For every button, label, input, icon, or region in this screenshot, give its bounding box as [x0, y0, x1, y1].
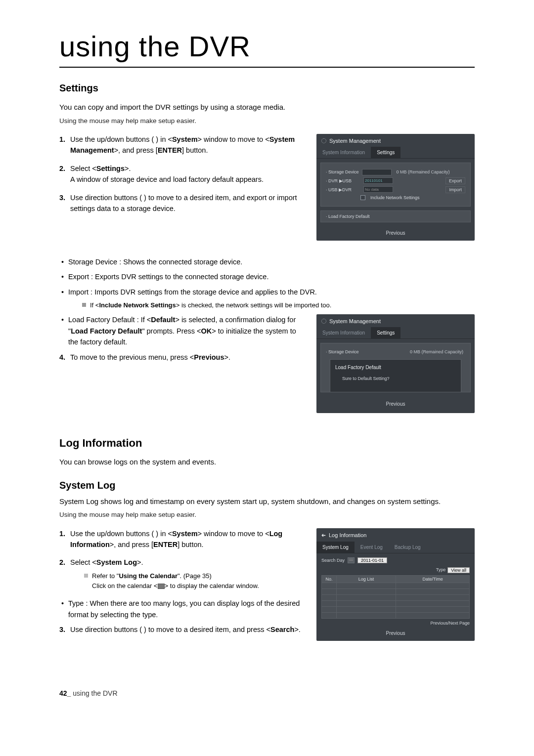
table-row [322, 612, 470, 618]
syslog-step-1: Use the up/down buttons ( ) in <System> … [59, 528, 307, 550]
tab-system-log[interactable]: System Log [316, 542, 355, 553]
page-title: using the DVR [59, 30, 475, 68]
table-row [322, 600, 470, 606]
label-default: Default [151, 316, 175, 324]
search-day-label: Search Day [321, 558, 345, 563]
load-factory-default-row[interactable]: · Load Factory Default [320, 210, 471, 222]
calendar-note: Refer to "Using the Calendar". (Page 35)… [84, 571, 307, 591]
text: ] button. [178, 541, 203, 548]
label-search: Search [270, 626, 294, 633]
text: If < [90, 301, 99, 309]
back-icon: ➜ [321, 532, 326, 539]
calendar-icon[interactable] [348, 557, 355, 563]
tab-system-information[interactable]: System Information [316, 147, 371, 158]
text: Use the up/down buttons ( [70, 135, 154, 143]
tab-settings[interactable]: Settings [371, 327, 400, 338]
table-row [322, 588, 470, 594]
col-log-list: Log List [337, 575, 396, 583]
step-4: To move to the previous menu, press <Pre… [59, 352, 307, 363]
text: >. [137, 558, 143, 566]
ui-log-information: ➜Log Information System Log Event Log Ba… [316, 528, 475, 641]
text: A window of storage device and load fact… [70, 175, 264, 183]
text: To move to the previous menu, press < [70, 353, 194, 361]
text: > window to move to < [198, 135, 269, 143]
step-1: Use the up/down buttons ( ) in <System> … [59, 134, 307, 156]
ui-system-management-settings: System Management System Information Set… [316, 134, 475, 241]
page-number: 42_ [59, 689, 71, 697]
footer-text: using the DVR [73, 689, 117, 697]
storage-device-label: · Storage Device [326, 169, 359, 174]
text: Log Information [329, 532, 366, 538]
label-system: System [172, 135, 198, 143]
load-factory-default-dialog: Load Factory Default Sure to Default Set… [330, 359, 461, 392]
ui-tabs: System Information Settings [316, 147, 475, 159]
text: > is checked, the network settings will … [176, 301, 332, 309]
text: System Management [329, 138, 381, 144]
storage-device-label: · Storage Device [326, 349, 359, 354]
previous-button[interactable]: Previous [316, 626, 475, 638]
text: Use direction buttons ( [70, 194, 142, 202]
table-row [322, 583, 470, 588]
square-icon [82, 303, 86, 307]
label-system: System [172, 530, 198, 538]
text: >. [294, 626, 301, 633]
system-log-mouse-note: Using the mouse may help make setup easi… [59, 510, 475, 520]
text: >, and press [ [114, 146, 158, 154]
search-day-row: Search Day 2011-01-01 [321, 557, 470, 563]
bullet-load-factory-default: Load Factory Default : If <Default> is s… [59, 314, 307, 347]
pager[interactable]: Previous/Next Page [321, 621, 470, 626]
previous-button[interactable]: Previous [316, 396, 475, 409]
search-date-field[interactable]: 2011-01-01 [357, 557, 387, 563]
usb-dvr-nodata[interactable]: No data [363, 186, 393, 193]
table-row [322, 594, 470, 600]
col-no: No. [322, 575, 337, 583]
dvr-usb-date[interactable]: 20110101 [363, 177, 393, 184]
dvr-usb-label: · DVR ▶USB [326, 178, 360, 183]
settings-heading: Settings [59, 83, 475, 94]
text: Refer to " [92, 572, 119, 580]
step-3: Use direction buttons ( ) to move to a d… [59, 192, 307, 214]
text: ) in < [156, 530, 172, 538]
bullet-storage-device: Storage Device : Shows the connected sto… [59, 256, 475, 267]
dialog-text: Sure to Default Setting? [342, 376, 456, 381]
page-footer: 42_ using the DVR [59, 689, 475, 697]
text: System Management [329, 318, 381, 324]
text: Click on the calendar < [92, 582, 158, 589]
type-label: Type [436, 567, 446, 573]
tab-event-log[interactable]: Event Log [355, 542, 389, 553]
system-log-intro: System Log shows log and timestamp on ev… [59, 496, 475, 507]
ui-window-title: ➜Log Information [316, 528, 475, 542]
ui-window-title: System Management [316, 314, 475, 327]
table-row [322, 606, 470, 612]
text: Load Factory Default : If < [68, 316, 151, 324]
label-ok: OK [201, 327, 212, 335]
label-load-factory-default: Load Factory Default [71, 327, 142, 335]
previous-button[interactable]: Previous [316, 225, 475, 238]
text: >. [125, 165, 131, 172]
remained-capacity: 0 MB (Remained Capacity) [408, 349, 465, 354]
export-button[interactable]: Export [445, 177, 465, 184]
syslog-step-2: Select <System Log>. Refer to "Using the… [59, 557, 307, 591]
text: > to display the calendar window. [165, 582, 259, 589]
tab-settings[interactable]: Settings [371, 147, 400, 158]
tab-backup-log[interactable]: Backup Log [389, 542, 427, 553]
settings-mouse-note: Using the mouse may help make setup easi… [59, 116, 475, 126]
import-button[interactable]: Import [445, 186, 465, 193]
log-information-intro: You can browse logs on the system and ev… [59, 457, 475, 468]
label-previous: Previous [194, 353, 224, 361]
type-select[interactable]: View all [447, 567, 470, 573]
text: > window to move to < [198, 530, 269, 538]
text: " prompts. Press < [142, 327, 201, 335]
bullet-type: Type : When there are too many logs, you… [59, 598, 307, 620]
label-system-log: System Log [96, 558, 137, 566]
ui-tabs: System Information Settings [316, 327, 475, 339]
storage-device-field[interactable] [362, 169, 392, 175]
text: ] button. [182, 146, 208, 154]
ui-body: · Storage Device 0 MB (Remained Capacity… [320, 343, 471, 392]
ui-window-title: System Management [316, 134, 475, 147]
include-network-checkbox[interactable] [360, 195, 365, 200]
text: Select < [70, 165, 96, 172]
type-row: Type View all [321, 567, 470, 573]
tab-system-information[interactable]: System Information [316, 327, 371, 338]
remained-capacity: 0 MB (Remained Capacity) [395, 169, 452, 174]
